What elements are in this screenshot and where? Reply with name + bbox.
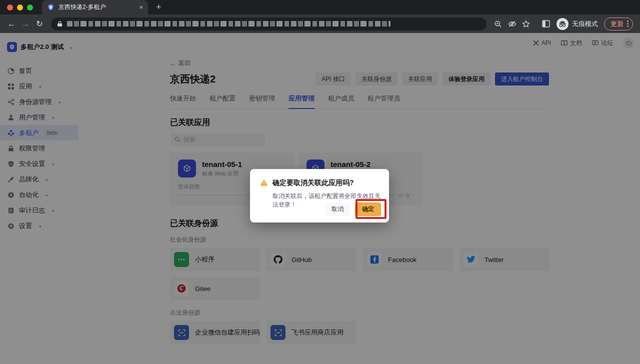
eye-off-icon[interactable] — [506, 18, 518, 30]
favicon-shield-icon — [47, 4, 54, 11]
confirm-button[interactable]: 确定 — [355, 202, 381, 216]
zoom-out-icon[interactable] — [492, 18, 504, 30]
close-window-button[interactable] — [7, 4, 13, 10]
maximize-window-button[interactable] — [27, 4, 33, 10]
back-icon[interactable]: ← — [5, 18, 18, 30]
lock-icon — [57, 21, 62, 27]
cancel-button[interactable]: 取消 — [326, 203, 350, 216]
browser-toolbar: ← → ↻ 无痕模式 更新 — [0, 14, 640, 33]
incognito-icon — [556, 18, 568, 30]
incognito-label: 无痕模式 — [572, 20, 598, 28]
browser-tab[interactable]: 京西快递2-多租户 × — [42, 0, 148, 14]
browser-tabstrip: 京西快递2-多租户 × + — [0, 0, 640, 14]
new-tab-button[interactable]: + — [156, 2, 162, 14]
tab-title: 京西快递2-多租户 — [58, 3, 135, 12]
incognito-indicator: 无痕模式 — [556, 18, 598, 30]
redacted-url — [67, 21, 390, 26]
address-bar[interactable] — [51, 18, 486, 30]
update-label: 更新 — [610, 20, 624, 28]
minimize-window-button[interactable] — [17, 4, 23, 10]
bookmark-star-icon[interactable] — [520, 18, 532, 30]
window-controls — [7, 4, 33, 10]
dialog-title: 确定要取消关联此应用吗? — [272, 178, 354, 188]
side-panel-icon[interactable] — [540, 18, 552, 30]
update-button[interactable]: 更新 — [604, 18, 633, 30]
browser-menu-icon[interactable] — [627, 20, 628, 27]
reload-icon[interactable]: ↻ — [33, 18, 46, 30]
warning-icon — [260, 179, 268, 186]
close-tab-icon[interactable]: × — [139, 4, 143, 10]
forward-icon[interactable]: → — [19, 18, 32, 30]
unlink-confirm-dialog: 确定要取消关联此应用吗? 取消关联后，该租户配置将全部失效且无法登录！ 取消 确… — [250, 169, 389, 222]
